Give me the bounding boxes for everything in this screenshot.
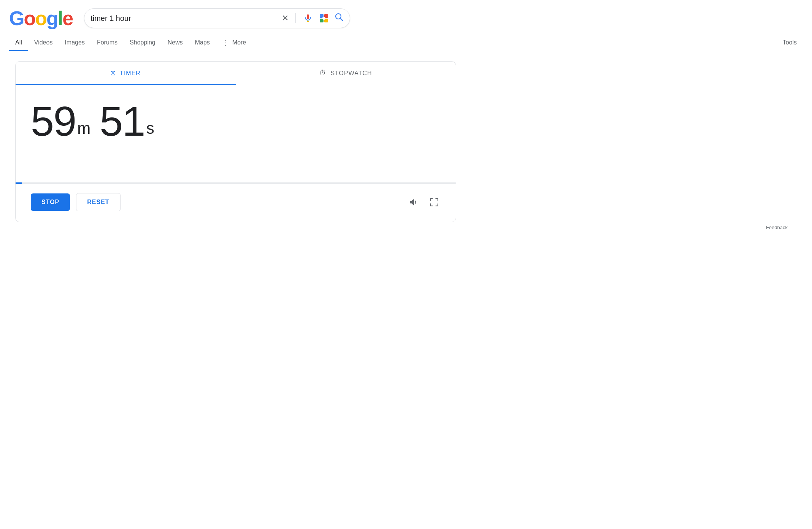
tab-tools[interactable]: Tools (777, 35, 803, 51)
stopwatch-icon: ⏱ (319, 69, 327, 77)
tab-all[interactable]: All (9, 35, 28, 51)
logo-g: G (9, 7, 24, 30)
logo-o2: o (35, 7, 46, 30)
logo-l: l (58, 7, 62, 30)
header: Google timer 1 hour ✕ (0, 0, 812, 33)
logo-g2: g (46, 7, 58, 30)
stopwatch-tab-label: STOPWATCH (330, 70, 372, 77)
timer-display: 59m 51s (31, 100, 441, 142)
search-bar-container: timer 1 hour ✕ (84, 8, 350, 28)
timer-seconds-unit: s (146, 119, 154, 138)
hourglass-icon: ⧖ (111, 69, 116, 77)
stopwatch-tab[interactable]: ⏱ STOPWATCH (236, 62, 456, 85)
timer-seconds: 51 (100, 100, 144, 142)
google-logo: Google (9, 7, 73, 30)
svg-line-9 (341, 19, 343, 21)
search-submit-icon[interactable] (335, 13, 344, 24)
search-query-text: timer 1 hour (90, 14, 278, 23)
timer-tab[interactable]: ⧖ TIMER (16, 62, 236, 85)
timer-controls: STOP RESET (16, 184, 456, 222)
timer-right-controls (407, 196, 441, 209)
timer-minutes-unit: m (77, 119, 90, 138)
tab-more[interactable]: ⋮ More (216, 33, 252, 52)
search-icons: ✕ (282, 13, 344, 24)
main-content: ⧖ TIMER ⏱ STOPWATCH 59m 51s STOP RESET (0, 52, 812, 243)
svg-point-7 (322, 17, 325, 20)
tab-shopping[interactable]: Shopping (124, 35, 162, 51)
mic-icon[interactable] (303, 13, 313, 24)
stop-button[interactable]: STOP (31, 193, 70, 211)
timer-tab-label: TIMER (120, 70, 141, 77)
svg-marker-10 (410, 199, 414, 205)
tab-images[interactable]: Images (59, 35, 90, 51)
clear-search-icon[interactable]: ✕ (282, 13, 289, 23)
search-divider (295, 13, 296, 23)
timer-body: 59m 51s (16, 85, 456, 184)
fullscreen-icon[interactable] (428, 196, 441, 209)
google-lens-icon[interactable] (319, 13, 329, 24)
tab-forums[interactable]: Forums (91, 35, 124, 51)
feedback-link[interactable]: Feedback (766, 225, 788, 230)
feedback-row: Feedback (15, 222, 797, 234)
timer-minutes: 59 (31, 100, 76, 142)
svg-rect-0 (307, 14, 309, 19)
search-nav-tabs: All Videos Images Forums Shopping News M… (0, 33, 812, 52)
timer-widget-tabs: ⧖ TIMER ⏱ STOPWATCH (16, 62, 456, 85)
volume-icon[interactable] (407, 196, 420, 209)
logo-e: e (62, 7, 73, 30)
tab-maps[interactable]: Maps (189, 35, 216, 51)
more-dots-icon: ⋮ (222, 38, 229, 47)
reset-button[interactable]: RESET (76, 193, 120, 211)
tab-news[interactable]: News (162, 35, 189, 51)
tab-videos[interactable]: Videos (28, 35, 59, 51)
search-bar: timer 1 hour ✕ (84, 8, 350, 28)
timer-widget: ⧖ TIMER ⏱ STOPWATCH 59m 51s STOP RESET (15, 61, 456, 222)
logo-o1: o (24, 7, 35, 30)
